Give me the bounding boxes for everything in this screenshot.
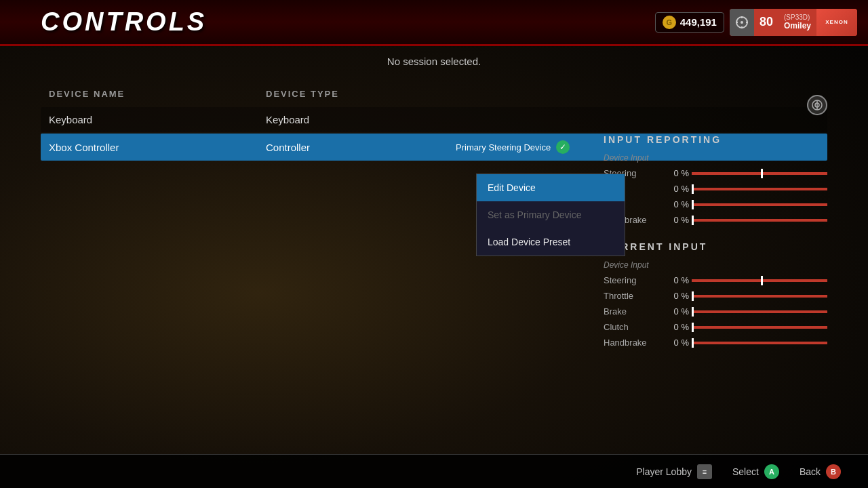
current-input-bar-track: [692, 279, 827, 282]
current-input-label: Steering: [604, 275, 665, 285]
bottom-action-player-lobby[interactable]: Player Lobby ≡: [636, 464, 712, 479]
device-type-cell: Controller: [266, 142, 456, 153]
current-input-row-steering: Steering 0 %: [604, 275, 827, 285]
current-input-bar-thumb: [692, 338, 694, 348]
col-header-device-type: DEVICE TYPE: [266, 89, 456, 99]
current-input-row-handbrake: Handbrake 0 %: [604, 338, 827, 348]
current-input-bar: [692, 279, 827, 282]
header-bar: CONTROLS G 449,191 80: [0, 0, 868, 46]
col-header-extra: [456, 89, 819, 99]
device-type-cell: Keyboard: [266, 114, 456, 125]
current-input-row-clutch: Clutch 0 %: [604, 322, 827, 332]
player-avatar: [730, 9, 754, 36]
current-input-label: Throttle: [604, 291, 665, 301]
current-device-input-label: Device Input: [604, 260, 665, 270]
input-reporting-title: INPUT REPORTING: [604, 134, 827, 145]
player-name: Omiley: [784, 21, 811, 30]
input-bar-track: [692, 219, 827, 222]
device-input-label: Device Input: [604, 153, 665, 163]
input-row-handbrake: Handbrake 0 %: [604, 215, 827, 225]
current-input-label: Handbrake: [604, 338, 665, 348]
current-input-label: Brake: [604, 306, 665, 317]
current-input-row-brake: Brake 0 %: [604, 306, 827, 317]
main-content: No session selected. DEVICE NAME DEVICE …: [0, 46, 868, 488]
current-input-label: Clutch: [604, 322, 665, 332]
current-input-section: CURRENT INPUT Device Input Steering 0 % …: [604, 241, 827, 348]
input-bar-track: [692, 172, 827, 175]
input-bar: [692, 203, 827, 206]
current-input-bar-track: [692, 342, 827, 344]
svg-point-5: [741, 21, 743, 24]
back-label: Back: [800, 466, 821, 477]
session-bar: No session selected.: [0, 46, 868, 77]
table-row[interactable]: Keyboard Keyboard: [41, 107, 827, 132]
input-row-steering: Steering 0 %: [604, 168, 827, 178]
input-bar-track: [692, 203, 827, 206]
context-menu-item-edit[interactable]: Edit Device: [477, 174, 625, 201]
input-bar: [692, 219, 827, 222]
input-bar-thumb: [692, 216, 694, 225]
primary-checkmark: ✓: [556, 140, 570, 154]
bottom-action-select[interactable]: Select A: [732, 464, 779, 479]
coin-icon: G: [663, 16, 676, 29]
context-menu: Edit Device Set as Primary Device Load D…: [476, 174, 625, 256]
input-bar-thumb: [692, 184, 694, 194]
current-input-value: 0 %: [665, 275, 689, 285]
current-input-bar: [692, 295, 827, 298]
back-button-icon: B: [826, 464, 841, 479]
input-value: 0 %: [665, 168, 689, 178]
player-lobby-icon: ≡: [697, 464, 712, 479]
current-input-value: 0 %: [665, 306, 689, 317]
session-icon[interactable]: [807, 95, 827, 115]
current-input-value: 0 %: [665, 291, 689, 301]
input-row-3: 0 %: [604, 199, 827, 209]
input-reporting-panel: INPUT REPORTING Device Input Steering 0 …: [604, 134, 827, 353]
current-input-bar-thumb: [692, 323, 694, 332]
bottom-action-back[interactable]: Back B: [800, 464, 841, 479]
player-thumb: XENON: [816, 9, 857, 36]
bottom-bar: Player Lobby ≡ Select A Back B: [0, 454, 868, 488]
select-label: Select: [732, 466, 759, 477]
current-input-bar-thumb: [692, 291, 694, 301]
currency-amount: 449,191: [680, 16, 717, 28]
input-bar: [692, 172, 827, 175]
input-row-2: 0 %: [604, 184, 827, 194]
device-name-cell: Xbox Controller: [49, 142, 266, 153]
current-input-title: CURRENT INPUT: [604, 241, 827, 252]
currency-badge: G 449,191: [655, 12, 724, 33]
current-input-bar-thumb: [761, 276, 763, 285]
page-title: CONTROLS: [41, 7, 207, 37]
input-value: 0 %: [665, 215, 689, 225]
current-input-value: 0 %: [665, 338, 689, 348]
col-header-device-name: DEVICE NAME: [49, 89, 266, 99]
session-text: No session selected.: [387, 56, 481, 67]
input-bar: [692, 188, 827, 190]
current-input-bar-track: [692, 310, 827, 313]
player-info: (SP33D) Omiley: [778, 14, 816, 30]
current-input-value: 0 %: [665, 322, 689, 332]
input-bar-thumb: [761, 169, 763, 178]
input-bar-track: [692, 188, 827, 190]
player-lobby-label: Player Lobby: [636, 466, 692, 477]
current-input-bar: [692, 310, 827, 313]
select-button-icon: A: [764, 464, 779, 479]
player-level: 80: [754, 9, 778, 36]
header-right: G 449,191 80 (SP33D): [655, 9, 857, 36]
device-name-cell: Keyboard: [49, 114, 266, 125]
input-value: 0 %: [665, 184, 689, 194]
input-value: 0 %: [665, 199, 689, 209]
current-input-bar-thumb: [692, 307, 694, 317]
input-bar-thumb: [692, 200, 694, 209]
current-input-bar: [692, 326, 827, 329]
device-input-header-row: Device Input: [604, 153, 827, 163]
current-input-bar-track: [692, 295, 827, 298]
context-menu-item-primary: Set as Primary Device: [477, 201, 625, 228]
player-badge: 80 (SP33D) Omiley XENON: [730, 9, 857, 36]
player-tag: (SP33D): [784, 14, 811, 21]
current-device-input-header: Device Input: [604, 260, 827, 270]
current-input-bar: [692, 342, 827, 344]
current-input-row-throttle: Throttle 0 %: [604, 291, 827, 301]
table-header: DEVICE NAME DEVICE TYPE: [41, 83, 827, 104]
context-menu-item-preset[interactable]: Load Device Preset: [477, 228, 625, 256]
current-input-bar-track: [692, 326, 827, 329]
